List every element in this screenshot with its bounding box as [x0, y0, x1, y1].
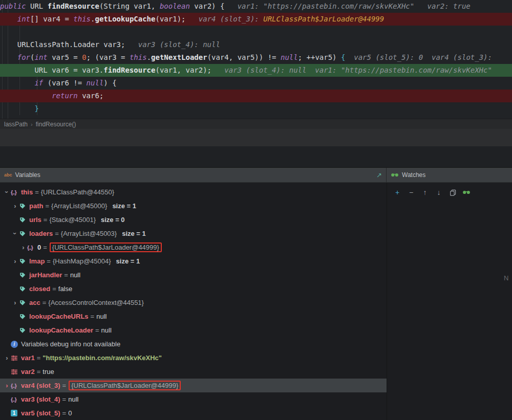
expand-chevron[interactable]: ›	[19, 244, 27, 251]
code-line[interactable]: if (var6 != null) {	[0, 77, 512, 90]
code-text: URL var6 = var3.	[0, 66, 103, 74]
variable-name: jarHandler	[29, 271, 62, 279]
equals-sign: =	[62, 382, 67, 389]
variable-row[interactable]: ›var1="https://pastebin.com/raw/skvKeXHc…	[0, 351, 387, 365]
code-text: [] var4 =	[30, 15, 73, 23]
copy-watch-icon[interactable]	[448, 188, 457, 197]
code-line[interactable]: }	[0, 102, 512, 115]
equals-sign: =	[45, 202, 49, 210]
param-icon	[11, 355, 21, 362]
variable-row[interactable]: ›{..}var4 (slot_3)={URLClassPath$JarLoad…	[0, 379, 387, 392]
variable-value: null	[68, 395, 78, 403]
debug-panel-body: ›{..}this={URLClassPath@44550}›path={Arr…	[0, 183, 512, 420]
variable-name: var5 (slot_5)	[21, 409, 60, 417]
variable-name: var4 (slot_3)	[21, 382, 60, 389]
expand-chevron[interactable]: ›	[11, 299, 19, 306]
variable-value: {URLClassPath$JarLoader@44999}	[71, 382, 178, 389]
code-text: }	[34, 104, 38, 113]
variable-row[interactable]: ›lmap={HashMap@45004}size = 1	[0, 254, 387, 268]
open-in-new-icon[interactable]: ↗	[376, 171, 382, 179]
code-text: URLClassPath$JarLoader@44999	[263, 15, 384, 23]
tag-icon	[19, 285, 29, 293]
breadcrumb-item[interactable]: lassPath	[1, 121, 31, 128]
variable-value: 0	[68, 409, 72, 417]
equals-sign: =	[62, 395, 67, 403]
variable-row[interactable]: lookupCacheLoader=null	[0, 323, 387, 337]
code-text: for	[17, 53, 30, 61]
code-text	[0, 92, 52, 100]
tab-watches[interactable]: Watches	[387, 168, 512, 182]
expand-chevron[interactable]: ›	[11, 258, 19, 264]
expand-chevron[interactable]: ›	[12, 230, 18, 237]
variable-value: {URLClassPath$JarLoader@44999}	[52, 244, 159, 251]
variable-row[interactable]: lookupCacheURLs=null	[0, 310, 387, 323]
code-text: .	[147, 53, 151, 61]
code-editor[interactable]: public URL findResource(String var1, boo…	[0, 0, 512, 119]
code-text: findResource	[48, 2, 99, 10]
move-watch-down-icon[interactable]: ↓	[434, 188, 443, 197]
expand-chevron[interactable]: ›	[3, 355, 11, 361]
variable-row[interactable]: ›acc={AccessControlContext@44551}	[0, 296, 387, 310]
variable-value: {HashMap@45004}	[53, 257, 111, 265]
variable-name: lookupCacheURLs	[29, 313, 89, 320]
watches-toolbar: +−↑↓	[388, 183, 512, 198]
equals-sign: =	[42, 299, 47, 306]
param-icon	[11, 368, 21, 375]
variable-row[interactable]: jarHandler=null	[0, 268, 387, 282]
code-text: getNextLoader	[151, 53, 207, 61]
equals-sign: =	[55, 230, 59, 237]
code-text: var1: "https://pastebin.com/raw/skvKeXHc…	[229, 2, 471, 10]
object-icon: {..}	[11, 189, 16, 195]
pane-divider[interactable]	[387, 183, 387, 420]
variable-row[interactable]: ›{..}0={URLClassPath$JarLoader@44999}	[0, 240, 387, 254]
empty-console-area	[0, 146, 512, 167]
variable-row[interactable]: 1var5 (slot_5)=0	[0, 406, 387, 420]
code-line[interactable]: public URL findResource(String var1, boo…	[0, 0, 512, 13]
remove-watch-icon[interactable]: −	[407, 188, 416, 197]
object-icon: {..}	[11, 189, 21, 195]
add-watch-icon[interactable]: +	[393, 188, 402, 197]
watches-pane: +−↑↓ N	[388, 183, 512, 420]
code-line[interactable]: URL var6 = var3.findResource(var1, var2)…	[0, 64, 512, 77]
code-line[interactable]: for(int var5 = 0; (var3 = this.getNextLo…	[0, 51, 512, 64]
object-icon: {..}	[27, 245, 33, 251]
code-text: int	[17, 15, 30, 23]
variable-row[interactable]: {..}var3 (slot_4)=null	[0, 392, 387, 406]
variables-tab-icon: abc	[4, 172, 12, 178]
variable-row[interactable]: ›loaders={ArrayList@45003}size = 1	[0, 227, 387, 240]
variable-value: null	[96, 313, 106, 320]
variable-row[interactable]: urls={Stack@45001}size = 0	[0, 213, 387, 227]
expand-chevron[interactable]: ›	[4, 188, 10, 196]
tag-icon	[19, 272, 29, 279]
variable-row[interactable]: closed=false	[0, 282, 387, 296]
move-watch-up-icon[interactable]: ↑	[420, 188, 430, 197]
variable-name: var3 (slot_4)	[21, 395, 60, 403]
equals-sign: =	[95, 326, 99, 334]
equals-sign: =	[62, 409, 67, 417]
code-line[interactable]: return var6;	[0, 90, 512, 102]
info-row[interactable]: iVariables debug info not available	[0, 337, 387, 351]
code-text: var2) {	[190, 2, 229, 10]
variables-tree: ›{..}this={URLClassPath@44550}›path={Arr…	[0, 183, 387, 420]
info-icon: i	[11, 341, 21, 348]
variable-name: acc	[29, 299, 40, 306]
breadcrumb-item[interactable]: findResource()	[33, 121, 79, 128]
expand-chevron[interactable]: ›	[3, 382, 11, 389]
expand-chevron[interactable]: ›	[11, 203, 19, 209]
variable-row[interactable]: ›path={ArrayList@45000}size = 1	[0, 199, 387, 213]
code-text: (var1);	[155, 15, 189, 23]
tag-icon	[19, 203, 29, 210]
code-line[interactable]: int[] var4 = this.getLookupCache(var1); …	[0, 13, 512, 26]
code-line[interactable]	[0, 26, 512, 38]
show-watches-icon[interactable]	[462, 188, 471, 197]
variable-row[interactable]: ›{..}this={URLClassPath@44550}	[0, 185, 387, 199]
variable-row[interactable]: var2=true	[0, 365, 387, 379]
code-line[interactable]: URLClassPath.Loader var3; var3 (slot_4):…	[0, 38, 512, 51]
code-text: return	[52, 92, 78, 100]
tab-variables[interactable]: abc Variables ↗	[0, 168, 387, 182]
code-text: this	[73, 15, 91, 23]
code-text: var3 (slot_4): null	[130, 40, 220, 49]
code-text: var4 (slot_3):	[190, 15, 263, 23]
code-text: this	[130, 53, 147, 61]
variable-name: urls	[29, 216, 41, 224]
